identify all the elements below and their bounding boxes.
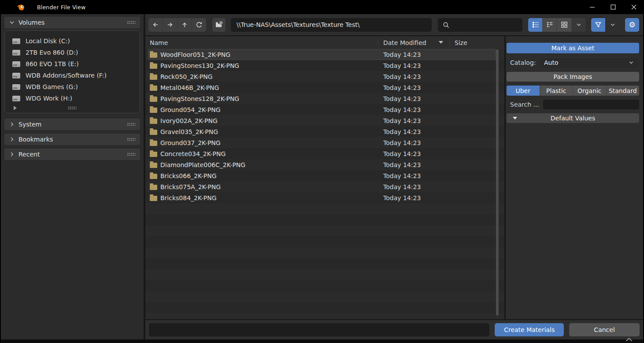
file-date-modified: Today 14:23 (383, 194, 421, 201)
chevron-right-icon (9, 121, 15, 127)
column-header-row: Name Date Modified Size (145, 36, 504, 49)
default-values-label: Default Values (551, 115, 595, 122)
back-button[interactable] (148, 18, 163, 32)
display-mode-buttons (528, 18, 586, 32)
volume-item[interactable]: Local Disk (C:) (5, 35, 140, 47)
volume-item[interactable]: WDB Addons/Software (F:) (5, 70, 140, 81)
file-row[interactable]: DiamondPlate006C_2K-PNGToday 14:23 (148, 159, 496, 170)
grip-handle-icon[interactable] (127, 138, 136, 141)
right-panel: Mark as Asset Catalog: Auto Pack Images … (506, 36, 643, 319)
path-input[interactable]: \\True-NAS\Assets\Textures\Texture Test\ (231, 18, 432, 32)
file-date-modified: Today 14:23 (383, 73, 421, 80)
filter-button[interactable] (591, 18, 605, 32)
file-row[interactable]: Rock050_2K-PNGToday 14:23 (148, 71, 496, 82)
file-date-modified: Today 14:23 (383, 62, 421, 69)
file-row[interactable]: PavingStones128_2K-PNGToday 14:23 (148, 93, 496, 104)
default-values-header[interactable]: Default Values (507, 113, 639, 123)
new-folder-button[interactable] (212, 18, 226, 32)
sidebar-section-bookmarks[interactable]: Bookmarks (4, 134, 140, 145)
folder-icon (150, 86, 157, 91)
folder-icon (150, 52, 157, 58)
file-row[interactable]: Ivory002A_2K-PNGToday 14:23 (148, 115, 496, 126)
minimize-button[interactable] (582, 0, 603, 14)
folder-icon (150, 119, 157, 124)
arrow-left-icon (152, 21, 159, 29)
material-type-plastic[interactable]: Plastic (540, 86, 574, 96)
file-date-modified: Today 14:23 (383, 117, 421, 124)
volumes-list: Local Disk (C:)2TB Evo 860 (D:)860 EVO 1… (5, 35, 140, 104)
material-type-uber[interactable]: Uber (507, 86, 540, 96)
column-header-size[interactable]: Size (455, 39, 467, 46)
maximize-button[interactable] (603, 0, 623, 14)
grip-handle-icon[interactable] (127, 153, 136, 156)
sidebar-section-system[interactable]: System (4, 119, 140, 130)
filename-input[interactable] (149, 323, 489, 336)
sort-descending-icon[interactable] (439, 41, 443, 44)
horizontal-list-view-button[interactable] (543, 18, 557, 32)
refresh-button[interactable] (192, 18, 206, 32)
material-type-standard[interactable]: Standard (607, 86, 640, 96)
chevron-up-icon[interactable] (625, 335, 633, 343)
file-row[interactable]: Ground037_2K-PNGToday 14:23 (148, 137, 496, 148)
file-row[interactable]: WoodFloor051_2K-PNGToday 14:23 (148, 49, 496, 60)
section-label: Bookmarks (19, 136, 53, 143)
expand-arrow-icon[interactable] (14, 106, 17, 110)
volume-label: WDG Work (H:) (26, 95, 72, 102)
resize-grip-icon[interactable] (68, 106, 77, 110)
section-label: Recent (19, 151, 40, 158)
pack-images-button[interactable]: Pack Images (507, 72, 639, 82)
file-name: Concrete034_2K-PNG (160, 150, 226, 157)
forward-button[interactable] (163, 18, 178, 32)
window-bottom-edge (1, 339, 643, 343)
catalog-row: Catalog: Auto (507, 57, 639, 68)
volume-item[interactable]: WDG Work (H:) (5, 93, 140, 104)
close-button[interactable] (623, 0, 644, 14)
drive-icon (12, 96, 20, 101)
filter-dropdown[interactable] (605, 18, 620, 32)
settings-button[interactable]: ⚙ (625, 18, 639, 32)
volume-item[interactable]: WDB Games (G:) (5, 81, 140, 93)
navigation-buttons (148, 18, 206, 32)
vertical-list-view-button[interactable] (528, 18, 543, 32)
file-row[interactable]: PavingStones130_2K-PNGToday 14:23 (148, 60, 496, 71)
folder-icon (150, 141, 157, 146)
file-row[interactable]: Bricks066_2K-PNGToday 14:23 (148, 170, 496, 181)
thumbnail-view-button[interactable] (557, 18, 572, 32)
volume-item[interactable]: 2TB Evo 860 (D:) (5, 47, 140, 58)
file-row[interactable]: Ground054_2K-PNGToday 14:23 (148, 104, 496, 115)
panel-search-label: Search ... (507, 101, 539, 108)
file-row[interactable]: Metal046B_2K-PNGToday 14:23 (148, 82, 496, 93)
file-row[interactable]: Bricks075A_2K-PNGToday 14:23 (148, 181, 496, 192)
file-date-modified: Today 14:23 (383, 106, 421, 113)
display-settings-dropdown[interactable] (572, 18, 586, 32)
drive-icon (12, 61, 20, 67)
grip-handle-icon[interactable] (127, 123, 136, 126)
sidebar-sections: SystemBookmarksRecent (4, 119, 140, 160)
sidebar-section-recent[interactable]: Recent (4, 149, 140, 160)
file-row[interactable]: Concrete034_2K-PNGToday 14:23 (148, 148, 496, 159)
file-name: DiamondPlate006C_2K-PNG (160, 161, 245, 168)
file-date-modified: Today 14:23 (383, 150, 421, 157)
new-folder-icon (215, 21, 223, 29)
chevron-down-icon (609, 21, 616, 28)
volume-item[interactable]: 860 EVO 1TB (E:) (5, 58, 140, 70)
create-materials-button[interactable]: Create Materials (495, 323, 564, 336)
catalog-dropdown[interactable]: Auto (539, 57, 639, 68)
vertical-scrollbar[interactable] (496, 49, 499, 316)
mark-as-asset-button[interactable]: Mark as Asset (507, 43, 639, 53)
file-row[interactable]: Gravel035_2K-PNGToday 14:23 (148, 126, 496, 137)
folder-icon (150, 130, 157, 135)
up-directory-button[interactable] (178, 18, 192, 32)
column-header-date-modified[interactable]: Date Modified (383, 39, 426, 46)
column-divider (378, 39, 378, 46)
panel-search-input[interactable] (543, 100, 639, 109)
file-row[interactable]: Bricks084_2K-PNGToday 14:23 (148, 192, 496, 203)
file-browser-editor: Volumes Local Disk (C:)2TB Evo 860 (D:)8… (1, 14, 643, 339)
search-input[interactable] (438, 18, 522, 32)
chevron-right-icon (9, 136, 15, 142)
horizontal-list-icon (546, 21, 554, 29)
column-header-name[interactable]: Name (150, 39, 168, 46)
material-type-organic[interactable]: Organic (573, 86, 607, 96)
sidebar-section-volumes[interactable]: Volumes (4, 17, 140, 28)
grip-handle-icon[interactable] (127, 21, 136, 24)
